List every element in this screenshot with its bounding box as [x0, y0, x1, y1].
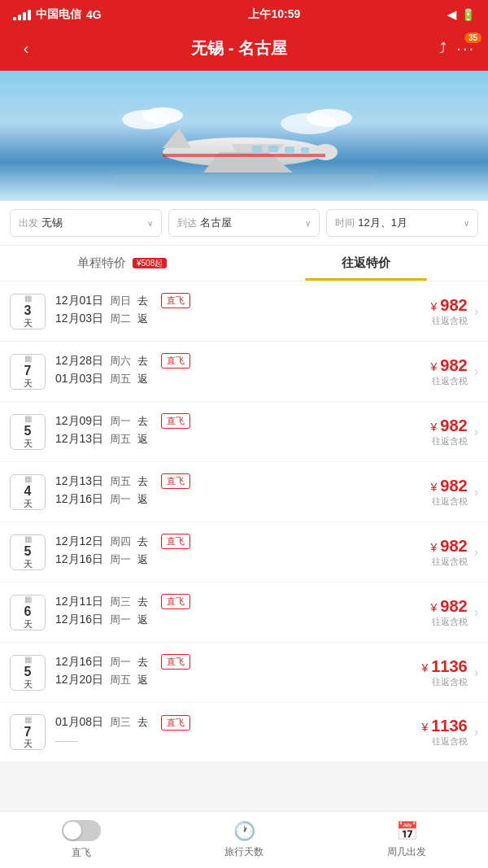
flight-list: ▦ 3 天 12月01日 周日 去 直飞 12月03日 周二 返 ¥ 982 往… — [0, 281, 488, 761]
calendar-small-icon: ▦ — [24, 716, 32, 724]
return-row: 01月03日 周五 返 — [55, 372, 431, 386]
price-sub: 往返含税 — [431, 495, 468, 508]
network-label: 4G — [86, 8, 102, 21]
tab-round-trip-label: 往返特价 — [342, 255, 390, 269]
out-date: 01月08日 — [55, 715, 103, 730]
price-sub: 往返含税 — [431, 375, 468, 387]
price-sub: 往返含税 — [421, 735, 467, 748]
out-dir: 去 — [137, 414, 148, 429]
tab-round-trip[interactable]: 往返特价 — [244, 246, 488, 281]
ret-dir: 返 — [137, 372, 148, 386]
flight-info: 12月28日 周六 去 直飞 01月03日 周五 返 — [55, 353, 431, 390]
back-button[interactable]: ‹ — [13, 39, 39, 58]
price-main: ¥ 982 — [431, 477, 468, 495]
ret-date: 12月20日 — [55, 673, 103, 687]
flight-row[interactable]: ▦ 5 天 12月16日 周一 去 直飞 12月20日 周五 返 ¥ 1136 … — [0, 643, 488, 702]
days-unit: 天 — [24, 379, 33, 388]
flight-row[interactable]: ▦ 6 天 12月11日 周三 去 直飞 12月16日 周一 返 ¥ 982 往… — [0, 582, 488, 642]
bottom-nav: 直飞 🕐 旅行天数 📅 周几出发 — [0, 811, 488, 868]
price-sub: 往返含税 — [421, 676, 467, 688]
filter-bar: 出发无锡 ∨ 到达名古屋 ∨ 时间12月、1月 ∨ — [0, 201, 488, 246]
price-sub: 往返含税 — [431, 315, 468, 327]
days-badge: ▦ 3 天 — [10, 294, 46, 329]
location-icon: ◀ — [447, 8, 456, 21]
nav-direct-flight[interactable]: 直飞 — [0, 812, 163, 868]
status-left: 中国电信 4G — [13, 7, 102, 22]
row-chevron-icon: › — [474, 485, 478, 499]
days-number: 7 — [24, 363, 32, 378]
price-area: ¥ 982 往返含税 — [431, 356, 468, 387]
price-sub: 往返含税 — [431, 556, 468, 568]
price-main: ¥ 982 — [431, 597, 468, 616]
flight-row[interactable]: ▦ 4 天 12月13日 周五 去 直飞 12月16日 周一 返 ¥ 982 往… — [0, 462, 488, 521]
calendar-small-icon: ▦ — [24, 415, 32, 423]
return-row: 12月20日 周五 返 — [55, 673, 421, 687]
price-main: ¥ 982 — [431, 537, 468, 556]
ret-day: 周一 — [110, 552, 131, 567]
out-day: 周四 — [110, 534, 131, 549]
row-chevron-icon: › — [474, 725, 478, 739]
svg-rect-9 — [252, 146, 262, 152]
price-sub: 往返含税 — [431, 616, 468, 628]
ret-date: 01月03日 — [55, 372, 103, 386]
out-dir: 去 — [137, 715, 148, 730]
depart-label: 出发 — [19, 217, 38, 229]
ret-day: 周五 — [110, 673, 131, 687]
header: ‹ 无锡 - 名古屋 ⤴ ··· 35 — [0, 29, 488, 71]
price-value: 982 — [440, 356, 467, 374]
flight-row[interactable]: ▦ 3 天 12月01日 周日 去 直飞 12月03日 周二 返 ¥ 982 往… — [0, 281, 488, 341]
depart-filter[interactable]: 出发无锡 ∨ — [10, 209, 162, 237]
yen-symbol: ¥ — [431, 360, 441, 373]
flight-row[interactable]: ▦ 7 天 01月08日 周三 去 直飞 —— ¥ 1136 往返含税 › — [0, 703, 488, 761]
direct-tag: 直飞 — [161, 654, 190, 670]
days-number: 5 — [24, 423, 32, 438]
price-main: ¥ 982 — [431, 296, 468, 315]
svg-rect-12 — [301, 147, 309, 153]
clock-icon: 🕐 — [233, 821, 255, 842]
outbound-row: 12月11日 周三 去 直飞 — [55, 594, 431, 609]
days-unit: 天 — [24, 739, 33, 748]
outbound-row: 12月16日 周一 去 直飞 — [55, 654, 421, 670]
arrive-label: 到达 — [177, 217, 197, 229]
out-date: 12月01日 — [55, 294, 103, 308]
arrive-filter[interactable]: 到达名古屋 ∨ — [168, 209, 320, 237]
share-icon[interactable]: ⤴ — [439, 40, 447, 57]
tab-one-way[interactable]: 单程特价 ¥508起 — [0, 246, 244, 281]
svg-point-5 — [313, 144, 338, 160]
flight-row[interactable]: ▦ 7 天 12月28日 周六 去 直飞 01月03日 周五 返 ¥ 982 往… — [0, 342, 488, 401]
nav-travel-days[interactable]: 🕐 旅行天数 — [163, 812, 325, 868]
time-filter[interactable]: 时间12月、1月 ∨ — [326, 209, 478, 237]
days-unit: 天 — [24, 560, 33, 569]
direct-flight-toggle[interactable] — [62, 820, 101, 841]
yen-symbol: ¥ — [431, 541, 441, 554]
yen-symbol: ¥ — [421, 661, 431, 674]
flight-info: 12月01日 周日 去 直飞 12月03日 周二 返 — [55, 293, 431, 329]
ret-day: 周五 — [110, 372, 131, 386]
direct-tag: 直飞 — [161, 413, 190, 429]
days-unit: 天 — [24, 620, 33, 629]
ret-date: 12月16日 — [55, 552, 103, 567]
toggle-knob — [63, 822, 81, 840]
days-number: 7 — [24, 724, 32, 739]
direct-tag: 直飞 — [161, 293, 190, 308]
yen-symbol: ¥ — [431, 421, 441, 434]
nav-weekday[interactable]: 📅 周几出发 — [325, 812, 488, 868]
flight-row[interactable]: ▦ 5 天 12月12日 周四 去 直飞 12月16日 周一 返 ¥ 982 往… — [0, 522, 488, 582]
svg-rect-10 — [268, 146, 278, 152]
price-area: ¥ 982 往返含税 — [431, 537, 468, 568]
ret-date: 12月13日 — [55, 432, 103, 447]
more-button[interactable]: ··· 35 — [456, 39, 475, 58]
flight-row[interactable]: ▦ 5 天 12月09日 周一 去 直飞 12月13日 周五 返 ¥ 982 往… — [0, 402, 488, 461]
out-date: 12月12日 — [55, 534, 103, 549]
ret-dir: 返 — [137, 312, 148, 326]
days-number: 4 — [24, 483, 32, 499]
out-date: 12月28日 — [55, 354, 103, 369]
ret-date: 12月16日 — [55, 492, 103, 507]
days-number: 6 — [24, 604, 32, 619]
status-bar: 中国电信 4G 上午10:59 ◀ 🔋 — [0, 0, 488, 29]
page-title: 无锡 - 名古屋 — [39, 37, 439, 59]
ret-dir: 返 — [137, 613, 148, 627]
ret-placeholder: —— — [55, 734, 78, 747]
ret-day: 周一 — [110, 613, 131, 627]
price-value: 1136 — [431, 657, 468, 675]
